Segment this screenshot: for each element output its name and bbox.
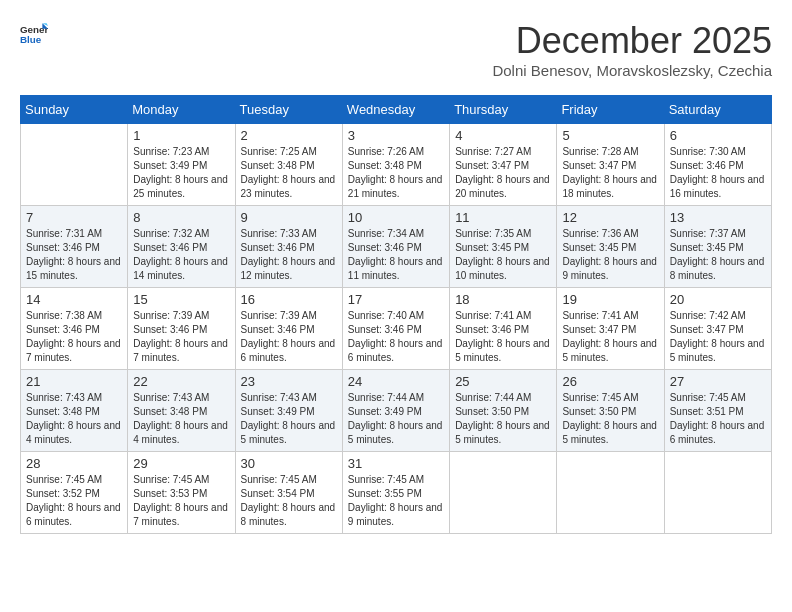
day-info: Sunrise: 7:42 AMSunset: 3:47 PMDaylight:… — [670, 309, 766, 365]
day-header-thursday: Thursday — [450, 96, 557, 124]
calendar-cell — [21, 124, 128, 206]
day-number: 19 — [562, 292, 658, 307]
calendar-cell: 12Sunrise: 7:36 AMSunset: 3:45 PMDayligh… — [557, 206, 664, 288]
day-info: Sunrise: 7:26 AMSunset: 3:48 PMDaylight:… — [348, 145, 444, 201]
day-number: 4 — [455, 128, 551, 143]
calendar-cell: 11Sunrise: 7:35 AMSunset: 3:45 PMDayligh… — [450, 206, 557, 288]
calendar-cell — [557, 452, 664, 534]
day-number: 25 — [455, 374, 551, 389]
day-info: Sunrise: 7:27 AMSunset: 3:47 PMDaylight:… — [455, 145, 551, 201]
day-info: Sunrise: 7:41 AMSunset: 3:47 PMDaylight:… — [562, 309, 658, 365]
calendar-cell: 29Sunrise: 7:45 AMSunset: 3:53 PMDayligh… — [128, 452, 235, 534]
calendar-cell: 22Sunrise: 7:43 AMSunset: 3:48 PMDayligh… — [128, 370, 235, 452]
calendar-cell: 4Sunrise: 7:27 AMSunset: 3:47 PMDaylight… — [450, 124, 557, 206]
day-number: 17 — [348, 292, 444, 307]
day-info: Sunrise: 7:32 AMSunset: 3:46 PMDaylight:… — [133, 227, 229, 283]
location-subtitle: Dolni Benesov, Moravskoslezsky, Czechia — [492, 62, 772, 79]
day-number: 23 — [241, 374, 337, 389]
calendar-cell: 15Sunrise: 7:39 AMSunset: 3:46 PMDayligh… — [128, 288, 235, 370]
day-info: Sunrise: 7:23 AMSunset: 3:49 PMDaylight:… — [133, 145, 229, 201]
calendar-cell — [450, 452, 557, 534]
day-number: 20 — [670, 292, 766, 307]
day-info: Sunrise: 7:31 AMSunset: 3:46 PMDaylight:… — [26, 227, 122, 283]
calendar-cell — [664, 452, 771, 534]
calendar-header-row: SundayMondayTuesdayWednesdayThursdayFrid… — [21, 96, 772, 124]
calendar-cell: 25Sunrise: 7:44 AMSunset: 3:50 PMDayligh… — [450, 370, 557, 452]
calendar-week-row: 21Sunrise: 7:43 AMSunset: 3:48 PMDayligh… — [21, 370, 772, 452]
calendar-cell: 17Sunrise: 7:40 AMSunset: 3:46 PMDayligh… — [342, 288, 449, 370]
day-info: Sunrise: 7:45 AMSunset: 3:55 PMDaylight:… — [348, 473, 444, 529]
calendar-cell: 16Sunrise: 7:39 AMSunset: 3:46 PMDayligh… — [235, 288, 342, 370]
day-info: Sunrise: 7:45 AMSunset: 3:54 PMDaylight:… — [241, 473, 337, 529]
calendar-cell: 8Sunrise: 7:32 AMSunset: 3:46 PMDaylight… — [128, 206, 235, 288]
calendar-cell: 23Sunrise: 7:43 AMSunset: 3:49 PMDayligh… — [235, 370, 342, 452]
calendar-cell: 28Sunrise: 7:45 AMSunset: 3:52 PMDayligh… — [21, 452, 128, 534]
day-info: Sunrise: 7:36 AMSunset: 3:45 PMDaylight:… — [562, 227, 658, 283]
day-info: Sunrise: 7:33 AMSunset: 3:46 PMDaylight:… — [241, 227, 337, 283]
day-number: 22 — [133, 374, 229, 389]
day-info: Sunrise: 7:39 AMSunset: 3:46 PMDaylight:… — [133, 309, 229, 365]
day-number: 5 — [562, 128, 658, 143]
day-number: 31 — [348, 456, 444, 471]
day-info: Sunrise: 7:44 AMSunset: 3:49 PMDaylight:… — [348, 391, 444, 447]
calendar-cell: 18Sunrise: 7:41 AMSunset: 3:46 PMDayligh… — [450, 288, 557, 370]
day-info: Sunrise: 7:45 AMSunset: 3:53 PMDaylight:… — [133, 473, 229, 529]
day-number: 7 — [26, 210, 122, 225]
day-number: 13 — [670, 210, 766, 225]
day-info: Sunrise: 7:30 AMSunset: 3:46 PMDaylight:… — [670, 145, 766, 201]
day-number: 16 — [241, 292, 337, 307]
calendar-week-row: 28Sunrise: 7:45 AMSunset: 3:52 PMDayligh… — [21, 452, 772, 534]
calendar-cell: 20Sunrise: 7:42 AMSunset: 3:47 PMDayligh… — [664, 288, 771, 370]
day-info: Sunrise: 7:41 AMSunset: 3:46 PMDaylight:… — [455, 309, 551, 365]
day-info: Sunrise: 7:28 AMSunset: 3:47 PMDaylight:… — [562, 145, 658, 201]
calendar-cell: 19Sunrise: 7:41 AMSunset: 3:47 PMDayligh… — [557, 288, 664, 370]
page-header: General Blue December 2025 Dolni Benesov… — [20, 20, 772, 79]
svg-text:Blue: Blue — [20, 34, 42, 45]
calendar-week-row: 1Sunrise: 7:23 AMSunset: 3:49 PMDaylight… — [21, 124, 772, 206]
logo: General Blue — [20, 20, 48, 54]
day-info: Sunrise: 7:43 AMSunset: 3:48 PMDaylight:… — [133, 391, 229, 447]
day-number: 18 — [455, 292, 551, 307]
day-header-sunday: Sunday — [21, 96, 128, 124]
calendar-cell: 3Sunrise: 7:26 AMSunset: 3:48 PMDaylight… — [342, 124, 449, 206]
calendar-cell: 21Sunrise: 7:43 AMSunset: 3:48 PMDayligh… — [21, 370, 128, 452]
day-info: Sunrise: 7:43 AMSunset: 3:49 PMDaylight:… — [241, 391, 337, 447]
calendar-cell: 31Sunrise: 7:45 AMSunset: 3:55 PMDayligh… — [342, 452, 449, 534]
day-number: 27 — [670, 374, 766, 389]
day-info: Sunrise: 7:45 AMSunset: 3:50 PMDaylight:… — [562, 391, 658, 447]
calendar-cell: 24Sunrise: 7:44 AMSunset: 3:49 PMDayligh… — [342, 370, 449, 452]
day-header-friday: Friday — [557, 96, 664, 124]
month-title: December 2025 — [492, 20, 772, 62]
day-info: Sunrise: 7:38 AMSunset: 3:46 PMDaylight:… — [26, 309, 122, 365]
day-info: Sunrise: 7:35 AMSunset: 3:45 PMDaylight:… — [455, 227, 551, 283]
title-block: December 2025 Dolni Benesov, Moravskosle… — [492, 20, 772, 79]
day-info: Sunrise: 7:40 AMSunset: 3:46 PMDaylight:… — [348, 309, 444, 365]
day-info: Sunrise: 7:39 AMSunset: 3:46 PMDaylight:… — [241, 309, 337, 365]
day-number: 21 — [26, 374, 122, 389]
day-info: Sunrise: 7:45 AMSunset: 3:52 PMDaylight:… — [26, 473, 122, 529]
calendar-week-row: 14Sunrise: 7:38 AMSunset: 3:46 PMDayligh… — [21, 288, 772, 370]
day-number: 1 — [133, 128, 229, 143]
day-number: 6 — [670, 128, 766, 143]
day-info: Sunrise: 7:25 AMSunset: 3:48 PMDaylight:… — [241, 145, 337, 201]
day-header-tuesday: Tuesday — [235, 96, 342, 124]
day-info: Sunrise: 7:44 AMSunset: 3:50 PMDaylight:… — [455, 391, 551, 447]
calendar-cell: 6Sunrise: 7:30 AMSunset: 3:46 PMDaylight… — [664, 124, 771, 206]
day-number: 2 — [241, 128, 337, 143]
day-number: 12 — [562, 210, 658, 225]
day-number: 8 — [133, 210, 229, 225]
calendar-cell: 26Sunrise: 7:45 AMSunset: 3:50 PMDayligh… — [557, 370, 664, 452]
calendar-cell: 14Sunrise: 7:38 AMSunset: 3:46 PMDayligh… — [21, 288, 128, 370]
day-number: 11 — [455, 210, 551, 225]
day-number: 9 — [241, 210, 337, 225]
calendar-cell: 9Sunrise: 7:33 AMSunset: 3:46 PMDaylight… — [235, 206, 342, 288]
calendar-cell: 1Sunrise: 7:23 AMSunset: 3:49 PMDaylight… — [128, 124, 235, 206]
calendar-cell: 5Sunrise: 7:28 AMSunset: 3:47 PMDaylight… — [557, 124, 664, 206]
day-number: 30 — [241, 456, 337, 471]
calendar-cell: 7Sunrise: 7:31 AMSunset: 3:46 PMDaylight… — [21, 206, 128, 288]
day-number: 26 — [562, 374, 658, 389]
day-info: Sunrise: 7:34 AMSunset: 3:46 PMDaylight:… — [348, 227, 444, 283]
day-info: Sunrise: 7:43 AMSunset: 3:48 PMDaylight:… — [26, 391, 122, 447]
day-header-wednesday: Wednesday — [342, 96, 449, 124]
calendar-cell: 27Sunrise: 7:45 AMSunset: 3:51 PMDayligh… — [664, 370, 771, 452]
